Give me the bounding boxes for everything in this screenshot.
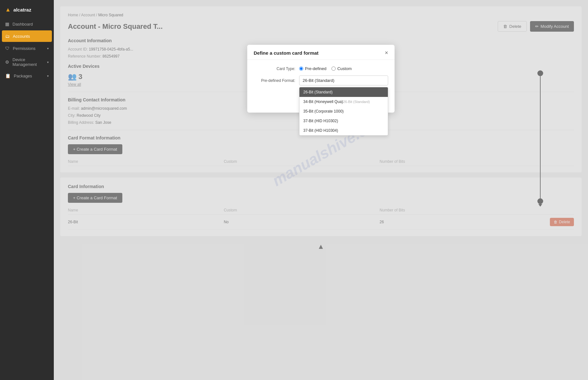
dropdown-item-37bit-10304[interactable]: 37-Bit (HID H10304) — [299, 126, 388, 135]
accounts-icon: 🗂 — [5, 34, 10, 39]
dropdown-item-26bit[interactable]: 26-Bit (Standard) — [299, 87, 388, 97]
logo-text: alcatraz — [13, 7, 31, 12]
dashboard-icon: ▦ — [5, 21, 9, 27]
dropdown-item-34bit[interactable]: 34-Bit (Honeywell Qua)26-Bit (Standard) — [299, 97, 388, 107]
card-type-row: Card Type: Pre-defined Custom — [254, 66, 388, 71]
permissions-icon: 🛡 — [5, 46, 10, 51]
sidebar-nav: ▦ Dashboard 🗂 Accounts 🛡 Permissions ▾ ⚙… — [0, 18, 54, 82]
card-type-label: Card Type: — [254, 67, 295, 71]
modal-close-button[interactable]: × — [385, 50, 388, 56]
predefined-label: Pre-defined — [305, 66, 326, 71]
sidebar-item-label: Dashboard — [12, 22, 33, 27]
sidebar-item-label: Permissions — [13, 46, 36, 51]
custom-radio-option[interactable]: Custom — [331, 66, 352, 71]
format-dropdown: 26-Bit (Standard) 34-Bit (Honeywell Qua)… — [299, 87, 388, 136]
radio-group: Pre-defined Custom — [299, 66, 352, 71]
predefined-format-label: Pre-defined Format: — [254, 78, 295, 83]
predefined-radio[interactable] — [299, 67, 303, 71]
sidebar-item-label: Accounts — [13, 34, 30, 39]
sidebar: ▲ alcatraz ▦ Dashboard 🗂 Accounts 🛡 Perm… — [0, 0, 54, 380]
sidebar-item-device-management[interactable]: ⚙ Device Management ▾ — [0, 54, 54, 70]
sidebar-item-permissions[interactable]: 🛡 Permissions ▾ — [0, 43, 54, 54]
dropdown-item-37bit-10302[interactable]: 37-Bit (HID H10302) — [299, 116, 388, 126]
chevron-down-icon: ▾ — [47, 60, 49, 64]
sidebar-item-packages[interactable]: 📋 Packages ▾ — [0, 70, 54, 82]
sidebar-item-label: Device Management — [12, 57, 44, 67]
predefined-format-row: Pre-defined Format: 26-Bit (Standard) 34… — [254, 75, 388, 85]
modal-header: Define a custom card format × — [247, 45, 395, 60]
define-card-format-modal: Define a custom card format × Card Type:… — [247, 45, 395, 113]
sidebar-item-label: Packages — [14, 74, 32, 78]
format-input[interactable] — [299, 75, 388, 85]
chevron-down-icon: ▾ — [47, 47, 49, 50]
modal-body: Card Type: Pre-defined Custom Pre-define… — [247, 60, 395, 95]
custom-radio[interactable] — [331, 67, 336, 71]
custom-label: Custom — [337, 66, 352, 71]
format-select-wrapper: 26-Bit (Standard) 34-Bit (Honeywell Qua)… — [299, 75, 388, 85]
dropdown-item-35bit[interactable]: 35-Bit (Corporate 1000) — [299, 107, 388, 116]
sidebar-item-accounts[interactable]: 🗂 Accounts — [2, 30, 52, 42]
sidebar-item-dashboard[interactable]: ▦ Dashboard — [0, 18, 54, 30]
modal-title: Define a custom card format — [254, 50, 319, 56]
device-mgmt-icon: ⚙ — [5, 59, 9, 65]
predefined-radio-option[interactable]: Pre-defined — [299, 66, 326, 71]
packages-icon: 📋 — [5, 73, 11, 78]
main-content: Home / Account / Micro Squared Account -… — [54, 0, 588, 380]
logo-icon: ▲ — [5, 6, 11, 13]
logo: ▲ alcatraz — [0, 0, 54, 18]
chevron-down-icon: ▾ — [47, 74, 49, 78]
